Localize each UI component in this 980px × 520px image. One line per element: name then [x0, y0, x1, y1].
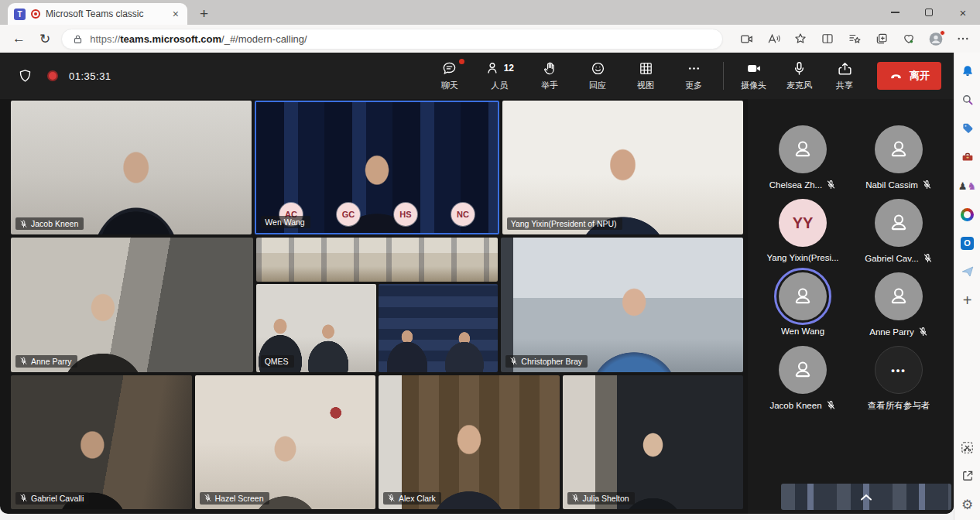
collections-icon[interactable]: [874, 31, 889, 46]
mic-muted-icon: [387, 494, 396, 502]
url-path: /_#/modern-calling/: [221, 33, 307, 45]
hang-up-icon: [889, 69, 903, 84]
mic-muted-icon: [922, 180, 932, 190]
favorites-list-icon[interactable]: [847, 31, 862, 46]
video-tile-christopher-bray[interactable]: Christopher Bray: [501, 238, 743, 371]
video-tile-panorama-room[interactable]: [256, 238, 499, 282]
chip-gc: GC: [337, 203, 360, 226]
tab-close-icon[interactable]: ×: [170, 8, 181, 20]
maximize-button[interactable]: [912, 0, 946, 25]
back-button[interactable]: ←: [9, 31, 29, 46]
video-tile-gabriel-cavalli[interactable]: Gabriel Cavalli: [11, 375, 192, 509]
video-tile-yang-yixin[interactable]: Yang Yixin(President of NPU): [502, 101, 743, 234]
mic-muted-icon: [509, 357, 518, 365]
browser-essentials-icon[interactable]: [901, 31, 917, 46]
mic-muted-icon: [826, 180, 836, 190]
participants-grid: Chelsea Zh... Nabil Cassim YY Yang Yixin…: [756, 125, 945, 412]
notifications-bell-icon[interactable]: [960, 63, 975, 79]
shopping-tag-icon[interactable]: [960, 121, 975, 136]
teams-page: 01:35:31 聊天 12 人员 举手: [0, 53, 954, 520]
view-button[interactable]: 视图: [633, 60, 658, 91]
url-text: https://teams.microsoft.com/_#/modern-ca…: [90, 33, 307, 45]
video-tile-alex-clark[interactable]: Alex Clark: [379, 375, 560, 509]
profile-avatar[interactable]: [928, 31, 944, 46]
chat-label: 聊天: [441, 80, 458, 91]
raise-hand-icon: [542, 60, 558, 77]
video-tile-qmes-room[interactable]: QMES: [256, 284, 376, 372]
chat-notification-badge: [459, 59, 464, 64]
participant-name: Anne Parry: [869, 327, 914, 337]
url-scheme: https://: [90, 33, 120, 45]
participant-wen-wang[interactable]: Wen Wang: [756, 272, 849, 337]
leave-button[interactable]: 离开: [877, 62, 941, 90]
open-in-browser-icon[interactable]: [960, 468, 975, 484]
participant-anne[interactable]: Anne Parry: [852, 272, 945, 337]
video-tile-videowall-room[interactable]: [379, 284, 499, 372]
browser-tab[interactable]: T Microsoft Teams classic ×: [8, 3, 187, 25]
video-tile-hazel-screen[interactable]: Hazel Screen: [195, 375, 376, 509]
read-aloud-icon[interactable]: [766, 31, 781, 46]
person-icon: [790, 136, 816, 162]
mic-muted-icon: [826, 400, 836, 410]
more-button[interactable]: 更多: [681, 60, 706, 91]
meeting-toolbar: 01:35:31 聊天 12 人员 举手: [0, 53, 954, 99]
video-tile-anne-parry[interactable]: Anne Parry: [11, 238, 253, 371]
video-tile-jacob-kneen[interactable]: Jacob Kneen: [11, 101, 252, 234]
self-view-thumbnail[interactable]: [781, 484, 951, 510]
new-tab-button[interactable]: +: [195, 5, 213, 22]
share-icon: [837, 60, 853, 77]
settings-menu-icon[interactable]: [955, 31, 971, 46]
outlook-icon[interactable]: O: [960, 235, 975, 251]
maximize-icon: [925, 9, 933, 16]
url-host: teams.microsoft.com: [120, 33, 221, 45]
video-tile-wen-wang[interactable]: AC GC HS NC Wen Wang: [255, 101, 499, 234]
share-button[interactable]: 共享: [832, 60, 857, 91]
microsoft-365-icon[interactable]: [960, 207, 975, 222]
avatar: [875, 125, 923, 173]
screenshot-snip-icon[interactable]: [960, 440, 975, 455]
chat-icon: [441, 60, 457, 77]
participant-nabil[interactable]: Nabil Cassim: [852, 125, 945, 190]
participant-chelsea[interactable]: Chelsea Zh...: [756, 125, 849, 190]
close-button[interactable]: ×: [946, 0, 980, 25]
avatar: [875, 199, 923, 247]
shield-icon[interactable]: [17, 68, 33, 84]
tools-toolbox-icon[interactable]: [960, 149, 975, 165]
mic-muted-icon: [918, 327, 928, 337]
tab-recording-icon: [31, 9, 40, 19]
chat-button[interactable]: 聊天: [437, 60, 462, 91]
split-screen-icon[interactable]: [820, 31, 835, 46]
settings-gear-icon[interactable]: ⚙: [960, 497, 975, 512]
browser-content: 01:35:31 聊天 12 人员 举手: [0, 53, 980, 520]
view-all-participants[interactable]: ••• 查看所有参与者: [852, 346, 945, 412]
games-icon[interactable]: ♟♞: [960, 178, 975, 193]
camera-button[interactable]: 摄像头: [741, 60, 766, 91]
raise-hand-button[interactable]: 举手: [537, 60, 562, 91]
participant-jacob[interactable]: Jacob Kneen: [756, 346, 849, 412]
address-bar[interactable]: https://teams.microsoft.com/_#/modern-ca…: [61, 29, 723, 50]
react-button[interactable]: 回应: [585, 60, 610, 91]
camera-icon: [745, 60, 762, 77]
avatar: [779, 125, 827, 173]
refresh-button[interactable]: ↻: [36, 31, 53, 47]
people-button[interactable]: 12 人员: [485, 60, 514, 91]
participant-name: Chelsea Zh...: [769, 180, 822, 190]
drop-paper-plane-icon[interactable]: [960, 264, 975, 279]
avatar-initials: YY: [779, 199, 827, 247]
favorite-star-icon[interactable]: [793, 31, 808, 46]
tab-media-icon[interactable]: [738, 31, 754, 46]
tile-name: Christopher Bray: [521, 357, 582, 366]
add-sidebar-item-icon[interactable]: +: [960, 292, 975, 308]
video-tile-julia-shelton[interactable]: Julia Shelton: [563, 375, 744, 509]
center-tile-column: QMES: [256, 238, 499, 371]
minimize-button[interactable]: [878, 0, 912, 25]
participant-gabriel[interactable]: Gabriel Cav...: [852, 199, 945, 263]
toolbar-buttons: 聊天 12 人员 举手 回应: [437, 60, 706, 91]
participant-yang-yixin[interactable]: YY Yang Yixin(Presi...: [756, 199, 849, 263]
participant-count: 12: [504, 60, 514, 76]
microphone-button[interactable]: 麦克风: [786, 60, 812, 91]
raise-hand-label: 举手: [541, 80, 558, 91]
chevron-up-icon: [860, 494, 872, 501]
search-icon[interactable]: [960, 92, 975, 108]
person-icon: [886, 210, 912, 236]
